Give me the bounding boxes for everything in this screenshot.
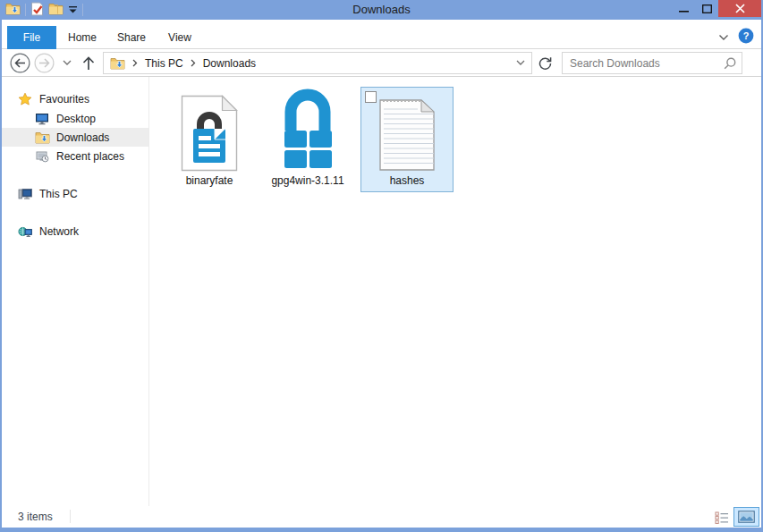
address-dropdown-icon[interactable] xyxy=(510,53,531,73)
close-button[interactable] xyxy=(718,0,761,17)
file-name: gpg4win-3.1.11 xyxy=(271,174,343,187)
sidebar-item-label: Recent places xyxy=(56,150,124,163)
history-dropdown-icon[interactable] xyxy=(61,58,73,67)
sidebar-item-recent-places[interactable]: Recent places xyxy=(2,147,148,165)
file-item-gpg4win[interactable]: gpg4win-3.1.11 xyxy=(261,87,354,192)
breadcrumb-segment-downloads[interactable]: Downloads xyxy=(198,57,261,70)
search-input[interactable] xyxy=(563,57,718,70)
status-separator xyxy=(70,510,71,523)
magnifier-icon[interactable] xyxy=(718,57,742,70)
help-icon[interactable]: ? xyxy=(738,28,754,44)
file-name: hashes xyxy=(390,174,425,187)
file-item-hashes[interactable]: hashes xyxy=(360,87,454,192)
breadcrumb-chevron-icon xyxy=(131,59,140,67)
sidebar-item-label: Favourites xyxy=(39,93,89,106)
refresh-icon[interactable] xyxy=(534,52,555,74)
explorer-window: Downloads File Home Share View ? xyxy=(0,0,763,532)
sidebar-item-favourites[interactable]: Favourites xyxy=(2,89,148,108)
back-arrow-icon[interactable] xyxy=(10,53,30,73)
sidebar-item-downloads[interactable]: Downloads xyxy=(2,128,148,147)
status-bar: 3 items xyxy=(2,506,761,528)
tab-share[interactable]: Share xyxy=(109,26,154,49)
window-controls xyxy=(672,0,761,17)
signature-document-icon xyxy=(181,88,238,172)
forward-arrow-icon[interactable] xyxy=(34,53,55,73)
breadcrumb-segment-this-pc[interactable]: This PC xyxy=(140,57,189,70)
selection-checkbox[interactable] xyxy=(365,91,377,103)
sidebar-item-network[interactable]: Network xyxy=(2,222,148,241)
items-count: 3 items xyxy=(18,511,53,523)
titlebar: Downloads xyxy=(0,0,763,20)
tab-home[interactable]: Home xyxy=(61,26,104,49)
svg-text:?: ? xyxy=(743,30,750,41)
navigation-bar: This PC Downloads xyxy=(2,49,761,77)
maximize-button[interactable] xyxy=(695,0,718,17)
file-name: binaryfate xyxy=(186,174,233,187)
navigation-pane: Favourites Desktop Download xyxy=(2,77,148,506)
chevron-down-icon[interactable] xyxy=(716,30,732,46)
sidebar-item-this-pc[interactable]: This PC xyxy=(2,184,148,203)
sidebar-item-label: Downloads xyxy=(56,131,109,144)
sidebar-item-label: Network xyxy=(39,225,79,238)
window-border xyxy=(0,528,763,532)
desktop-monitor-icon xyxy=(35,112,49,126)
details-view-button[interactable] xyxy=(714,510,729,525)
up-arrow-icon[interactable] xyxy=(80,54,97,72)
recent-places-icon xyxy=(35,149,49,164)
minimize-button[interactable] xyxy=(672,0,695,17)
network-icon xyxy=(18,224,32,239)
sidebar-item-desktop[interactable]: Desktop xyxy=(2,109,148,128)
downloads-folder-icon xyxy=(35,131,49,145)
favourites-star-icon xyxy=(18,92,32,106)
address-bar[interactable]: This PC Downloads xyxy=(103,52,532,74)
file-item-binaryfate[interactable]: binaryfate xyxy=(163,87,256,192)
tab-file[interactable]: File xyxy=(7,26,56,49)
downloads-folder-icon xyxy=(110,56,125,70)
this-pc-icon xyxy=(18,187,32,201)
sidebar-item-label: Desktop xyxy=(56,113,96,125)
window-title: Downloads xyxy=(0,3,763,16)
search-box xyxy=(562,52,742,74)
pane-divider xyxy=(148,77,149,506)
text-document-icon xyxy=(378,88,436,172)
ribbon-tabstrip: File Home Share View ? xyxy=(2,20,761,49)
breadcrumb-chevron-icon xyxy=(189,59,198,67)
sidebar-item-label: This PC xyxy=(39,188,78,200)
large-icons-view-button[interactable] xyxy=(733,507,759,527)
tab-view[interactable]: View xyxy=(157,26,202,49)
gpg4win-lock-icon xyxy=(272,88,343,172)
